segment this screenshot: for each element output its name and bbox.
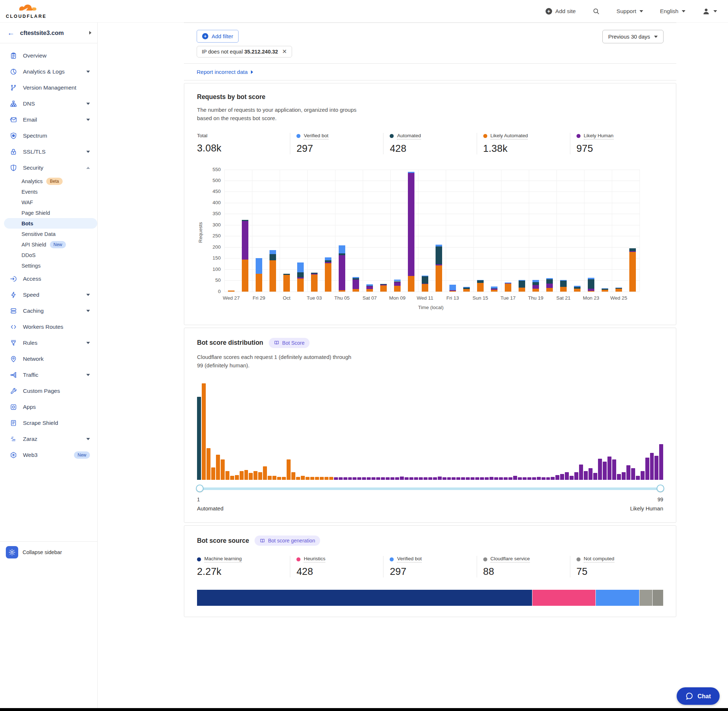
sidebar-item-access[interactable]: Access xyxy=(0,271,97,287)
bot-score-generation-badge[interactable]: Bot score generation xyxy=(255,535,320,546)
sidebar-item-ssl-tls[interactable]: SSL/TLS xyxy=(0,144,97,160)
chevron-down-icon[interactable] xyxy=(86,342,90,344)
bot-score-badge[interactable]: Bot Score xyxy=(269,338,310,348)
chart-bar-segment xyxy=(242,220,248,221)
time-range-dropdown[interactable]: Previous 30 days xyxy=(602,30,663,43)
chart-bar-segment xyxy=(408,173,415,276)
add-filter-button[interactable]: + Add filter xyxy=(196,30,239,43)
legend-dot-icon xyxy=(483,558,487,561)
stat-label[interactable]: Heuristics xyxy=(304,556,325,562)
sidebar-item-version-management[interactable]: Version Management xyxy=(0,80,97,96)
chart-bar-segment xyxy=(463,288,470,289)
sidebar-subitem-label: API Shield xyxy=(22,242,46,248)
histogram-bar xyxy=(537,477,541,480)
sidebar-item-speed[interactable]: Speed xyxy=(0,287,97,303)
chevron-down-icon[interactable] xyxy=(86,151,90,153)
stat-label[interactable]: Verified bot xyxy=(397,556,422,562)
chart-bar-segment xyxy=(505,283,511,283)
collapse-sidebar-button[interactable]: Collapse sidebar xyxy=(0,541,97,563)
sidebar-item-bots[interactable]: Bots xyxy=(4,218,97,229)
chevron-down-icon[interactable] xyxy=(86,119,90,121)
sidebar-item-events[interactable]: Events xyxy=(4,186,97,197)
slider-handle-max[interactable] xyxy=(657,485,664,492)
slider-handle-min[interactable] xyxy=(196,485,204,492)
sidebar-item-spectrum[interactable]: Spectrum xyxy=(0,128,97,144)
stat-label[interactable]: Machine learning xyxy=(204,556,242,562)
stat-label[interactable]: Likely Automated xyxy=(490,133,528,139)
gridline xyxy=(307,170,308,292)
chevron-up-icon[interactable] xyxy=(86,167,90,169)
sidebar-item-scrape-shield[interactable]: Scrape Shield xyxy=(0,415,97,431)
sidebar-item-overview[interactable]: Overview xyxy=(0,48,97,64)
chevron-down-icon[interactable] xyxy=(86,103,90,105)
sidebar-item-zaraz[interactable]: Zaraz xyxy=(0,431,97,447)
chart-bar-segment xyxy=(339,254,345,255)
gear-icon[interactable] xyxy=(6,546,18,559)
sidebar-item-apps[interactable]: Apps xyxy=(0,399,97,415)
gridline xyxy=(224,203,639,203)
stat-value: 3.08k xyxy=(197,143,290,154)
sidebar-item-settings[interactable]: Settings xyxy=(4,260,97,271)
chart-bar-segment xyxy=(518,288,525,292)
sidebar-item-api-shield[interactable]: API ShieldNew xyxy=(4,239,97,250)
chevron-down-icon[interactable] xyxy=(86,71,90,73)
stat-label[interactable]: Cloudflare service xyxy=(490,556,530,562)
sidebar-item-network[interactable]: Network xyxy=(0,351,97,367)
sidebar-item-security[interactable]: Security xyxy=(0,160,97,176)
chart-bar-segment xyxy=(255,258,262,274)
sidebar-item-rules[interactable]: Rules xyxy=(0,335,97,351)
back-arrow-icon[interactable]: ← xyxy=(7,29,15,37)
chart-bar-segment xyxy=(380,285,387,291)
histogram-bar xyxy=(282,477,286,480)
language-menu[interactable]: English xyxy=(660,8,685,15)
chat-button[interactable]: Chat xyxy=(677,687,720,705)
sidebar-item-web3[interactable]: Web3New xyxy=(0,447,97,463)
chart-bar-segment xyxy=(463,287,470,287)
chart-bar-segment xyxy=(588,289,594,291)
chart-bar-segment xyxy=(297,279,304,292)
histogram-bar xyxy=(315,477,319,480)
chevron-down-icon[interactable] xyxy=(86,310,90,312)
filter-chip[interactable]: IP does not equal 35.212.240.32 ✕ xyxy=(196,46,292,58)
site-switcher-caret-icon[interactable] xyxy=(89,31,92,35)
search-icon[interactable] xyxy=(592,7,600,15)
sidebar-item-analytics-logs[interactable]: Analytics & Logs xyxy=(0,64,97,80)
histogram-bar xyxy=(443,477,446,480)
stat-not-computed: Not computed75 xyxy=(570,556,663,577)
sidebar-item-page-shield[interactable]: Page Shield xyxy=(4,208,97,218)
collapse-sidebar-label: Collapse sidebar xyxy=(22,549,62,555)
sidebar-item-label: Security xyxy=(23,165,80,171)
source-stacked-bar xyxy=(197,590,663,606)
histogram-bar xyxy=(452,477,456,480)
sidebar-item-caching[interactable]: Caching xyxy=(0,303,97,319)
sidebar-item-ddos[interactable]: DDoS xyxy=(4,250,97,260)
sidebar-item-traffic[interactable]: Traffic xyxy=(0,367,97,383)
account-menu[interactable] xyxy=(702,7,717,15)
site-name[interactable]: cftestsite3.com xyxy=(20,30,84,36)
sidebar-item-email[interactable]: Email xyxy=(0,112,97,128)
requests-card-title: Requests by bot score xyxy=(197,93,663,101)
sidebar-item-dns[interactable]: DNS xyxy=(0,96,97,112)
chevron-down-icon[interactable] xyxy=(86,374,90,376)
stat-label[interactable]: Likely Human xyxy=(584,133,614,139)
stat-label[interactable]: Automated xyxy=(397,133,421,139)
report-incorrect-data-link[interactable]: Report incorrect data xyxy=(184,64,676,80)
sidebar-item-workers-routes[interactable]: Workers Routes xyxy=(0,319,97,335)
sidebar-item-waf[interactable]: WAF xyxy=(4,197,97,208)
support-menu[interactable]: Support xyxy=(617,8,643,15)
sidebar-item-analytics[interactable]: AnalyticsBeta xyxy=(4,176,97,186)
sidebar-item-label: Web3 xyxy=(23,452,68,458)
slider-track[interactable] xyxy=(198,487,663,490)
sidebar-item-sensitive-data[interactable]: Sensitive Data xyxy=(4,229,97,239)
histogram-bar xyxy=(612,459,616,480)
close-icon[interactable]: ✕ xyxy=(282,49,286,55)
stat-label[interactable]: Not computed xyxy=(584,556,614,562)
add-filter-label: Add filter xyxy=(211,33,233,39)
cloudflare-logo[interactable]: CLOUDFLARE xyxy=(6,4,47,19)
chart-bar-segment xyxy=(477,280,484,283)
chevron-down-icon[interactable] xyxy=(86,438,90,440)
sidebar-item-custom-pages[interactable]: Custom Pages xyxy=(0,383,97,399)
add-site-button[interactable]: + Add site xyxy=(546,8,576,15)
chevron-down-icon[interactable] xyxy=(86,294,90,296)
stat-label[interactable]: Verified bot xyxy=(304,133,328,139)
